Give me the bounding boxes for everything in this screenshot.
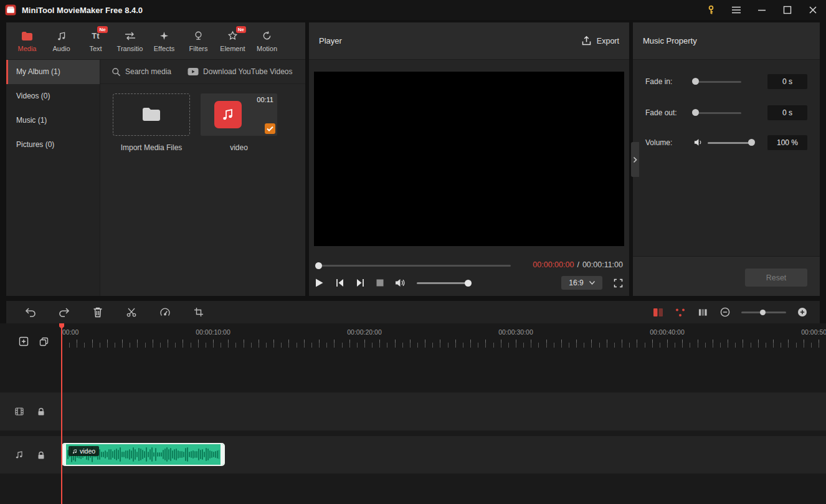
zoom-in-button[interactable] — [796, 306, 809, 318]
ruler-ticks-minor — [62, 343, 826, 348]
app-title: MiniTool MovieMaker Free 8.4.0 — [22, 6, 143, 15]
media-sidebar: My Album (1) Videos (0) Music (1) Pictur… — [6, 60, 100, 296]
clip-trim-left-handle[interactable] — [63, 444, 66, 465]
fade-out-handle[interactable] — [692, 109, 699, 116]
ruler-timestamp: 00:00:10:00 — [196, 328, 230, 336]
media-content: Search media Download YouTube Videos Imp… — [100, 60, 305, 296]
music-volume-slider[interactable] — [708, 135, 754, 150]
tab-audio[interactable]: Audio — [44, 22, 78, 60]
track-height-icon[interactable] — [696, 306, 709, 318]
seek-slider[interactable] — [315, 261, 511, 270]
sidebar-item-music[interactable]: Music (1) — [6, 108, 100, 133]
zoom-handle[interactable] — [760, 310, 766, 315]
fade-out-slider[interactable] — [693, 105, 741, 120]
star-icon: Ne — [227, 31, 238, 42]
new-badge: Ne — [97, 26, 107, 34]
volume-handle[interactable] — [465, 280, 472, 287]
seek-handle[interactable] — [315, 262, 322, 269]
previous-frame-button[interactable] — [335, 278, 344, 287]
tab-effects[interactable]: Effects — [147, 22, 181, 60]
minimize-button[interactable] — [755, 3, 769, 17]
app-logo-icon — [5, 4, 16, 16]
redo-button[interactable] — [58, 306, 70, 318]
media-subbar: Search media Download YouTube Videos — [100, 60, 305, 84]
sidebar-item-pictures[interactable]: Pictures (0) — [6, 133, 100, 157]
split-button[interactable] — [125, 306, 138, 318]
delete-button[interactable] — [92, 306, 104, 318]
license-key-button[interactable] — [704, 3, 718, 17]
tab-elements[interactable]: Ne Element — [216, 22, 250, 60]
sidebar-item-videos[interactable]: Videos (0) — [6, 84, 100, 108]
aspect-ratio-select[interactable]: 16:9 — [561, 276, 602, 290]
close-button[interactable] — [806, 3, 820, 17]
stop-button[interactable] — [376, 279, 384, 287]
fade-in-slider[interactable] — [693, 74, 741, 89]
ruler-timestamp: 00:00:30:00 — [498, 328, 533, 336]
next-frame-button[interactable] — [356, 278, 365, 287]
menu-button[interactable] — [729, 3, 743, 17]
volume-label: Volume: — [645, 135, 672, 150]
audio-file-icon — [214, 101, 242, 128]
clip-trim-right-handle[interactable] — [221, 444, 224, 465]
import-card-label: Import Media Files — [113, 143, 190, 152]
music-volume-handle[interactable] — [748, 139, 755, 146]
crop-button[interactable] — [192, 306, 205, 318]
tab-motion[interactable]: Motion — [250, 22, 284, 60]
timeline-ruler[interactable]: 00:00 00:00:10:00 00:00:20:00 00:00:30:0… — [0, 323, 826, 352]
timeline-zoom-slider[interactable] — [741, 308, 786, 316]
zoom-out-button[interactable] — [719, 306, 731, 318]
media-library-panel: Media Audio Tt Ne Text Transitio — [6, 22, 305, 296]
maximize-button[interactable] — [781, 3, 794, 17]
youtube-icon — [188, 67, 199, 76]
player-title: Player — [319, 36, 342, 45]
speed-button[interactable] — [159, 306, 171, 318]
timeline: 00:00 00:00:10:00 00:00:20:00 00:00:30:0… — [0, 323, 826, 504]
in-use-check-icon[interactable] — [265, 123, 275, 134]
fade-in-value[interactable]: 0 s — [767, 74, 807, 89]
fullscreen-button[interactable] — [614, 278, 623, 288]
fade-in-handle[interactable] — [692, 78, 699, 85]
play-button[interactable] — [315, 278, 324, 288]
tab-transition[interactable]: Transitio — [113, 22, 147, 60]
playhead[interactable] — [61, 323, 62, 504]
media-tabbar: Media Audio Tt Ne Text Transitio — [6, 22, 305, 60]
video-track-lock-button[interactable] — [36, 407, 46, 417]
chevron-right-icon — [633, 156, 637, 163]
volume-track[interactable] — [417, 282, 472, 284]
undo-button[interactable] — [24, 306, 37, 318]
mute-button[interactable] — [395, 278, 406, 287]
video-track-icon — [14, 406, 24, 416]
sidebar-item-my-album[interactable]: My Album (1) — [6, 60, 100, 84]
export-button[interactable]: Export — [581, 36, 619, 46]
video-preview — [314, 72, 624, 246]
media-item-video[interactable]: 00:11 — [201, 93, 277, 136]
audio-track-lock-button[interactable] — [36, 450, 46, 460]
reset-button[interactable]: Reset — [745, 269, 807, 287]
audio-clip[interactable]: video — [62, 443, 225, 466]
fade-out-value[interactable]: 0 s — [767, 105, 807, 120]
seek-track[interactable] — [315, 265, 511, 267]
track-manager-button[interactable] — [38, 336, 49, 347]
new-badge: Ne — [236, 26, 246, 34]
tab-filters[interactable]: Filters — [181, 22, 216, 60]
panel-collapse-handle[interactable] — [631, 142, 639, 177]
music-note-icon — [57, 31, 67, 42]
fade-out-row: Fade out: 0 s — [633, 105, 820, 120]
player-header: Player Export — [309, 22, 629, 60]
tab-text[interactable]: Tt Ne Text — [78, 22, 113, 60]
transport-controls: 16:9 — [315, 274, 623, 292]
audio-track-icon — [14, 450, 24, 460]
tab-media[interactable]: Media — [10, 22, 44, 60]
download-youtube-button[interactable]: Download YouTube Videos — [188, 67, 292, 76]
add-to-timeline-button[interactable] — [18, 336, 29, 347]
time-separator: / — [577, 260, 579, 269]
snap-icon[interactable] — [674, 306, 686, 318]
search-media-button[interactable]: Search media — [112, 67, 171, 77]
player-panel: Player Export 00:00:00:00 / 00:00:11:00 — [309, 22, 629, 296]
chevron-down-icon — [589, 281, 595, 285]
ripple-edit-icon[interactable] — [652, 306, 664, 318]
volume-value[interactable]: 100 % — [767, 135, 807, 150]
player-volume-slider[interactable] — [417, 279, 472, 287]
import-media-card[interactable] — [113, 93, 190, 136]
timecode: 00:00:00:00 / 00:00:11:00 — [533, 260, 623, 269]
